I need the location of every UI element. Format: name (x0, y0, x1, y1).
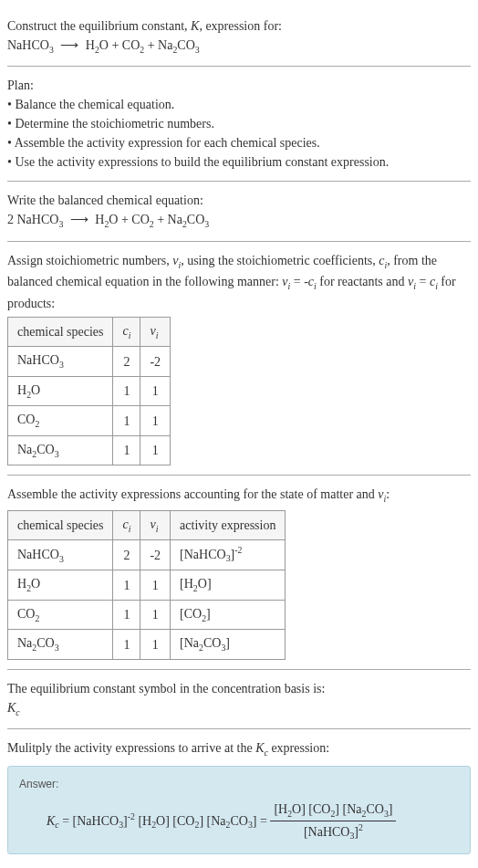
kc-symbol-section: The equilibrium constant symbol in the c… (7, 670, 471, 729)
species-cell: NaHCO3 (8, 540, 113, 570)
text: Construct the equilibrium constant, (7, 19, 191, 33)
rhs: CO (187, 213, 204, 226)
plan-section: Plan: Balance the chemical equation. Det… (7, 67, 471, 182)
activity-cell: [NaHCO3]-2 (171, 540, 286, 570)
sup: 2 (358, 822, 363, 832)
text: [NaHCO (180, 548, 226, 561)
text: NaHCO (17, 548, 59, 561)
c-cell: 2 (113, 540, 140, 570)
balanced-equation: 2 NaHCO3 ⟶ H2O + CO2 + Na2CO3 (7, 210, 471, 231)
table-row: CO2 1 1 [CO2] (8, 600, 286, 629)
table-header-row: chemical species ci νi (8, 317, 171, 346)
nu-cell: -2 (140, 347, 171, 376)
arrow-icon: ⟶ (57, 38, 82, 52)
text: [CO (180, 607, 202, 621)
nu-cell: 1 (140, 570, 171, 600)
plan-item: Use the activity expressions to build th… (7, 152, 471, 172)
activity-text: Assemble the activity expressions accoun… (7, 485, 471, 506)
col-species: chemical species (8, 317, 113, 346)
sub: 3 (59, 553, 64, 563)
multiply-section: Mulitply the activity expressions to arr… (7, 729, 471, 863)
species-cell: H2O (8, 376, 113, 405)
table-row: Na2CO3 1 1 (8, 435, 171, 465)
activity-section: Assemble the activity expressions accoun… (7, 476, 471, 670)
rhs: H (86, 38, 95, 52)
c-cell: 1 (113, 570, 140, 600)
sub: 3 (204, 219, 209, 229)
text: CO (203, 636, 221, 650)
nu-cell: 1 (140, 630, 171, 659)
table-row: H2O 1 1 (8, 376, 171, 405)
denominator: [NaHCO3]2 (270, 821, 396, 843)
text: O] [CO (292, 802, 330, 816)
K-symbol: K (191, 19, 199, 33)
table-row: Na2CO3 1 1 [Na2CO3] (8, 630, 286, 659)
text: CO (366, 802, 383, 816)
balanced-section: Write the balanced chemical equation: 2 … (7, 182, 471, 241)
table-row: NaHCO3 2 -2 [NaHCO3]-2 (8, 540, 286, 570)
stoich-text: Assign stoichiometric numbers, νi, using… (7, 251, 471, 313)
table-row: NaHCO3 2 -2 (8, 347, 171, 376)
sub-c: c (16, 707, 19, 717)
col-nu: νi (140, 510, 171, 539)
answer-equation: Kc = [NaHCO3]-2 [H2O] [CO2] [Na2CO3] = [… (19, 800, 459, 844)
stoich-table: chemical species ci νi NaHCO3 2 -2 H2O 1… (7, 317, 171, 465)
text: ] [Na (199, 813, 225, 827)
nu-cell: 1 (140, 406, 171, 435)
text: Na (17, 636, 32, 650)
nu-cell: 1 (140, 435, 171, 465)
text: ] (225, 636, 230, 650)
c-cell: 2 (113, 347, 140, 376)
rhs: H (95, 213, 104, 226)
species-cell: Na2CO3 (8, 630, 113, 659)
activity-cell: [CO2] (171, 600, 286, 629)
sub: 3 (55, 449, 59, 459)
text: , expression for: (199, 19, 282, 33)
numerator: [H2O] [CO2] [Na2CO3] (270, 800, 396, 821)
table-header-row: chemical species ci νi activity expressi… (8, 510, 286, 539)
text: [Na (180, 636, 199, 650)
intro-section: Construct the equilibrium constant, K, e… (7, 7, 471, 67)
species-cell: CO2 (8, 600, 113, 629)
text: Mulitply the activity expressions to arr… (7, 741, 255, 755)
activity-cell: [Na2CO3] (171, 630, 286, 659)
unbalanced-equation: NaHCO3 ⟶ H2O + CO2 + Na2CO3 (7, 36, 471, 57)
text: expression: (268, 741, 329, 755)
text: CO (36, 443, 54, 456)
text: ] = (253, 813, 271, 827)
sub: 2 (35, 613, 39, 623)
text: [H (180, 577, 193, 591)
table-row: CO2 1 1 (8, 406, 171, 435)
text: H (17, 383, 26, 397)
stoich-section: Assign stoichiometric numbers, νi, using… (7, 242, 471, 476)
text: CO (17, 607, 35, 621)
plan-title: Plan: (7, 76, 471, 95)
text: Na (17, 443, 32, 456)
text: NaHCO (17, 353, 59, 367)
K: K (255, 741, 264, 755)
c-cell: 1 (113, 406, 140, 435)
sub: 2 (35, 419, 39, 429)
K: K (47, 813, 55, 827)
sub-i: i (384, 494, 387, 504)
sub: 3 (58, 219, 63, 229)
lhs: NaHCO (7, 38, 49, 52)
kc-text: The equilibrium constant symbol in the c… (7, 679, 471, 698)
text: CO (17, 413, 35, 426)
text: O (31, 577, 40, 591)
intro-prompt: Construct the equilibrium constant, K, e… (7, 16, 471, 36)
rhs: CO (177, 38, 194, 52)
sub-i: i (156, 330, 159, 340)
rhs: O + CO (99, 38, 140, 52)
activity-table: chemical species ci νi activity expressi… (7, 510, 286, 660)
text: = (416, 275, 430, 288)
species-cell: H2O (8, 570, 113, 600)
lhs: 2 NaHCO (7, 213, 58, 226)
plan-list: Balance the chemical equation. Determine… (7, 95, 471, 172)
sub-i: i (129, 524, 131, 534)
c-cell: 1 (113, 376, 140, 405)
col-activity: activity expression (171, 510, 286, 539)
kc-symbol: Kc (7, 698, 471, 719)
sub-i: i (129, 330, 131, 340)
balanced-title: Write the balanced chemical equation: (7, 191, 471, 210)
